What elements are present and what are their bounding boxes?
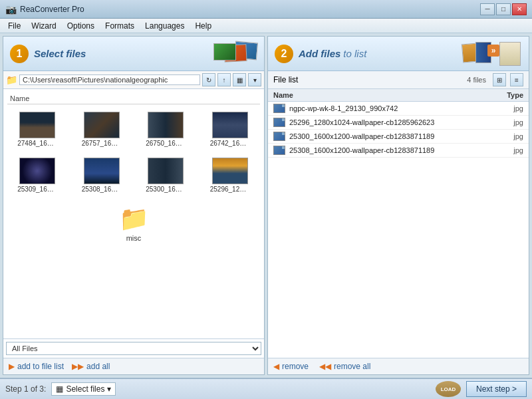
- file-name: ngpc-wp-wk-8-1_29130_990x742: [289, 104, 490, 112]
- table-row[interactable]: 25300_1600x1200-wallpaper-cb1283871189 j…: [268, 130, 529, 144]
- file-icon: [273, 146, 285, 155]
- file-icon: [273, 104, 285, 113]
- list-item[interactable]: 25296_1280...: [200, 154, 261, 196]
- chevron-down-icon: ▾: [107, 384, 111, 394]
- next-step-button[interactable]: Next step >: [466, 381, 527, 397]
- add-all-label: add all: [86, 362, 110, 371]
- file-name: 26757_1600...: [82, 140, 122, 147]
- table-row[interactable]: 25308_1600x1200-wallpaper-cb1283871189 j…: [268, 144, 529, 158]
- menu-options[interactable]: Options: [62, 20, 100, 32]
- file-list-options-btn[interactable]: ⊞: [493, 73, 506, 86]
- file-grid: Name 27484_1600... 26757_1600... 26750_1…: [3, 89, 264, 338]
- table-row[interactable]: ngpc-wp-wk-8-1_29130_990x742 jpg: [268, 102, 529, 116]
- menu-languages[interactable]: Languages: [140, 20, 190, 32]
- decorative-arrow-icon: »: [487, 45, 499, 57]
- load-logo: LOAD: [436, 381, 461, 397]
- remove-all-button[interactable]: ◀◀ remove all: [319, 362, 370, 371]
- remove-label: remove: [282, 362, 309, 371]
- left-panel-header: 1 Select files: [3, 37, 264, 71]
- file-name: 25300_1600x1200-wallpaper-cb1283871189: [289, 132, 490, 140]
- file-type: jpg: [490, 118, 523, 126]
- add-to-list-button[interactable]: ▶ add to file list: [9, 362, 64, 371]
- menu-file[interactable]: File: [3, 20, 26, 32]
- file-name: 27484_1600...: [17, 140, 57, 147]
- right-panel-title: Add files: [299, 48, 340, 59]
- list-item[interactable]: 26757_1600...: [72, 108, 132, 150]
- step-dropdown[interactable]: ▦ Select files ▾: [51, 382, 116, 396]
- menu-help[interactable]: Help: [190, 20, 217, 32]
- list-item[interactable]: 25300_1600...: [136, 154, 196, 196]
- add-arrow-icon: ▶: [9, 362, 15, 371]
- remove-all-label: remove all: [334, 362, 370, 371]
- thumbnail: [84, 158, 120, 184]
- address-bar: 📁 ↻ ↑ ▦ ▾: [3, 71, 264, 89]
- col-header-name: Name: [273, 91, 490, 99]
- up-button[interactable]: ↑: [217, 73, 231, 86]
- file-name: 25308_1600x1200-wallpaper-cb1283871189: [289, 146, 490, 154]
- step1-circle: 1: [10, 45, 29, 63]
- close-button[interactable]: ✕: [512, 3, 527, 15]
- step-dropdown-value: Select files: [66, 384, 104, 394]
- list-item[interactable]: 27484_1600...: [7, 108, 68, 150]
- decorative-card-3: [213, 43, 236, 61]
- add-to-list-label: add to file list: [17, 362, 64, 371]
- add-all-button[interactable]: ▶▶ add all: [72, 362, 110, 371]
- table-row[interactable]: 25296_1280x1024-wallpaper-cb1285962623 j…: [268, 116, 529, 130]
- file-count-badge: 4 files: [467, 76, 486, 84]
- window-controls: ─ □ ✕: [480, 3, 527, 15]
- view-toggle-button[interactable]: ▦: [233, 73, 246, 86]
- address-input[interactable]: [19, 74, 200, 85]
- folder-item-misc[interactable]: 📁 misc: [7, 201, 260, 245]
- titlebar: 📷 ReaConverter Pro ─ □ ✕: [0, 0, 532, 19]
- step2-circle: 2: [275, 45, 293, 63]
- grid-items-container: 27484_1600... 26757_1600... 26750_1600..…: [7, 108, 260, 196]
- file-list-items: ngpc-wp-wk-8-1_29130_990x742 jpg 25296_1…: [268, 102, 529, 358]
- list-item[interactable]: 25308_1600...: [72, 154, 132, 196]
- minimize-button[interactable]: ─: [480, 3, 495, 15]
- list-item[interactable]: 26742_1600...: [200, 108, 261, 150]
- col-header-type: Type: [490, 91, 523, 99]
- folder-label: misc: [126, 234, 142, 242]
- folder-large-icon: 📁: [119, 205, 149, 233]
- file-name: 26750_1600...: [146, 140, 186, 147]
- decorative-doc-icon: [499, 42, 521, 66]
- window-title: ReaConverter Pro: [20, 5, 480, 14]
- file-icon: [273, 118, 285, 127]
- right-panel-subtitle: to list: [343, 48, 366, 59]
- thumbnail: [19, 112, 55, 138]
- file-filter-select[interactable]: All Files: [6, 342, 261, 355]
- folder-icon: 📁: [6, 74, 17, 85]
- statusbar: Step 1 of 3: ▦ Select files ▾ LOAD Next …: [0, 378, 532, 399]
- right-panel: 2 Add files to list » File list 4 files …: [267, 36, 529, 375]
- header-decorative-images: [204, 41, 257, 67]
- left-panel: 1 Select files 📁 ↻ ↑ ▦ ▾: [3, 36, 265, 375]
- list-item[interactable]: 25309_1600...: [7, 154, 68, 196]
- filter-row: All Files: [3, 338, 264, 358]
- file-list-header-bar: File list 4 files ⊞ ≡: [268, 71, 529, 89]
- menu-formats[interactable]: Formats: [100, 20, 140, 32]
- file-list-title: File list: [273, 75, 298, 84]
- remove-all-arrow-icon: ◀◀: [319, 362, 331, 371]
- file-name: 26742_1600...: [210, 140, 250, 147]
- thumbnail: [19, 158, 55, 184]
- list-item[interactable]: 26750_1600...: [136, 108, 196, 150]
- menubar: File Wizard Options Formats Languages He…: [0, 19, 532, 33]
- left-panel-title: Select files: [34, 48, 86, 59]
- file-name: 25308_1600...: [82, 186, 122, 193]
- maximize-button[interactable]: □: [496, 3, 511, 15]
- file-name: 25296_1280x1024-wallpaper-cb1285962623: [289, 118, 490, 126]
- panels-container: 1 Select files 📁 ↻ ↑ ▦ ▾: [0, 33, 532, 378]
- grid-column-header: Name: [7, 93, 260, 104]
- file-name: 25300_1600...: [146, 186, 186, 193]
- left-panel-toolbar: ▶ add to file list ▶▶ add all: [3, 358, 264, 374]
- file-list-columns: Name Type: [268, 89, 529, 102]
- file-list-view-btn[interactable]: ≡: [510, 73, 523, 86]
- right-panel-header: 2 Add files to list »: [268, 37, 529, 71]
- menu-wizard[interactable]: Wizard: [26, 20, 61, 32]
- remove-button[interactable]: ◀ remove: [273, 362, 309, 371]
- add-all-arrow-icon: ▶▶: [72, 362, 84, 371]
- right-header-decorative: »: [462, 41, 522, 67]
- refresh-button[interactable]: ↻: [202, 73, 215, 86]
- view-list-button[interactable]: ▾: [248, 73, 261, 86]
- file-name: 25309_1600...: [17, 186, 57, 193]
